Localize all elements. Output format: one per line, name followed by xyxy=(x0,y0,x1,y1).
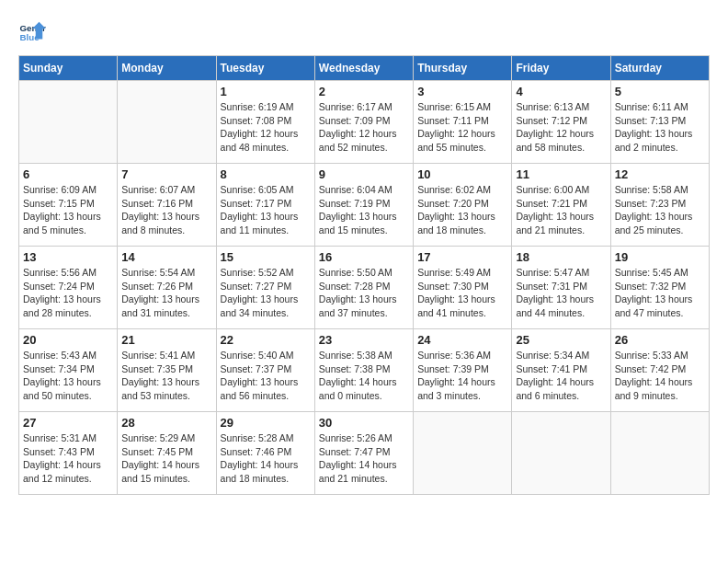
cell-day-number: 11 xyxy=(516,167,606,181)
calendar-cell: 3Sunrise: 6:15 AMSunset: 7:11 PMDaylight… xyxy=(414,81,512,164)
cell-day-number: 2 xyxy=(319,85,409,98)
cell-day-number: 9 xyxy=(319,167,409,181)
calendar-cell: 27Sunrise: 5:31 AMSunset: 7:43 PMDayligh… xyxy=(19,412,118,495)
cell-day-number: 8 xyxy=(221,167,311,181)
cell-day-number: 17 xyxy=(417,250,507,264)
cell-day-number: 29 xyxy=(221,416,311,430)
calendar-cell: 30Sunrise: 5:26 AMSunset: 7:47 PMDayligh… xyxy=(314,412,413,495)
calendar-cell: 23Sunrise: 5:38 AMSunset: 7:38 PMDayligh… xyxy=(314,329,413,412)
calendar-cell xyxy=(19,81,118,164)
calendar-week-4: 27Sunrise: 5:31 AMSunset: 7:43 PMDayligh… xyxy=(19,412,710,495)
calendar-cell: 13Sunrise: 5:56 AMSunset: 7:24 PMDayligh… xyxy=(19,247,118,329)
cell-day-number: 26 xyxy=(615,333,705,347)
calendar-cell: 2Sunrise: 6:17 AMSunset: 7:09 PMDaylight… xyxy=(314,81,413,164)
cell-info: Sunrise: 5:38 AMSunset: 7:38 PMDaylight:… xyxy=(319,349,409,403)
calendar-cell xyxy=(118,81,216,164)
calendar-cell: 22Sunrise: 5:40 AMSunset: 7:37 PMDayligh… xyxy=(216,329,314,412)
cell-day-number: 21 xyxy=(121,333,211,347)
calendar-cell: 20Sunrise: 5:43 AMSunset: 7:34 PMDayligh… xyxy=(19,329,118,412)
cell-info: Sunrise: 5:28 AMSunset: 7:46 PMDaylight:… xyxy=(221,431,311,486)
cell-info: Sunrise: 5:41 AMSunset: 7:35 PMDaylight:… xyxy=(121,349,211,403)
cell-info: Sunrise: 6:04 AMSunset: 7:19 PMDaylight:… xyxy=(319,183,409,237)
calendar-cell: 11Sunrise: 6:00 AMSunset: 7:21 PMDayligh… xyxy=(512,164,610,247)
cell-info: Sunrise: 6:13 AMSunset: 7:12 PMDaylight:… xyxy=(516,100,606,155)
cell-info: Sunrise: 5:58 AMSunset: 7:23 PMDaylight:… xyxy=(615,183,705,237)
cell-info: Sunrise: 5:31 AMSunset: 7:43 PMDaylight:… xyxy=(23,431,113,486)
cell-day-number: 24 xyxy=(417,333,507,347)
header-tuesday: Tuesday xyxy=(216,56,314,81)
calendar-cell: 16Sunrise: 5:50 AMSunset: 7:28 PMDayligh… xyxy=(314,247,413,329)
calendar-cell: 19Sunrise: 5:45 AMSunset: 7:32 PMDayligh… xyxy=(610,247,709,329)
cell-info: Sunrise: 5:54 AMSunset: 7:26 PMDaylight:… xyxy=(121,266,211,320)
logo: General Blue xyxy=(18,18,50,46)
calendar-header-row: SundayMondayTuesdayWednesdayThursdayFrid… xyxy=(19,56,710,81)
header-wednesday: Wednesday xyxy=(314,56,413,81)
cell-info: Sunrise: 5:33 AMSunset: 7:42 PMDaylight:… xyxy=(615,349,705,403)
cell-info: Sunrise: 5:45 AMSunset: 7:32 PMDaylight:… xyxy=(615,266,705,320)
header-thursday: Thursday xyxy=(414,56,512,81)
cell-day-number: 23 xyxy=(319,333,409,347)
cell-info: Sunrise: 6:19 AMSunset: 7:08 PMDaylight:… xyxy=(221,100,311,155)
cell-day-number: 19 xyxy=(615,250,705,264)
cell-day-number: 3 xyxy=(417,85,507,98)
calendar-cell: 1Sunrise: 6:19 AMSunset: 7:08 PMDaylight… xyxy=(216,81,314,164)
cell-day-number: 25 xyxy=(516,333,606,347)
header-sunday: Sunday xyxy=(19,56,118,81)
cell-day-number: 14 xyxy=(121,250,211,264)
cell-day-number: 5 xyxy=(615,85,705,98)
calendar-week-3: 20Sunrise: 5:43 AMSunset: 7:34 PMDayligh… xyxy=(19,329,710,412)
calendar-cell: 29Sunrise: 5:28 AMSunset: 7:46 PMDayligh… xyxy=(216,412,314,495)
cell-info: Sunrise: 5:34 AMSunset: 7:41 PMDaylight:… xyxy=(516,349,606,403)
calendar-cell: 7Sunrise: 6:07 AMSunset: 7:16 PMDaylight… xyxy=(118,164,216,247)
cell-day-number: 30 xyxy=(319,416,409,430)
calendar-cell xyxy=(610,412,709,495)
cell-day-number: 15 xyxy=(221,250,311,264)
header-friday: Friday xyxy=(512,56,610,81)
calendar-cell: 18Sunrise: 5:47 AMSunset: 7:31 PMDayligh… xyxy=(512,247,610,329)
logo-icon: General Blue xyxy=(18,18,46,46)
calendar-cell: 15Sunrise: 5:52 AMSunset: 7:27 PMDayligh… xyxy=(216,247,314,329)
calendar-cell: 10Sunrise: 6:02 AMSunset: 7:20 PMDayligh… xyxy=(414,164,512,247)
cell-day-number: 4 xyxy=(516,85,606,98)
cell-day-number: 28 xyxy=(121,416,211,430)
calendar-cell: 28Sunrise: 5:29 AMSunset: 7:45 PMDayligh… xyxy=(118,412,216,495)
cell-day-number: 20 xyxy=(23,333,113,347)
cell-info: Sunrise: 5:36 AMSunset: 7:39 PMDaylight:… xyxy=(417,349,507,403)
calendar-cell: 25Sunrise: 5:34 AMSunset: 7:41 PMDayligh… xyxy=(512,329,610,412)
cell-info: Sunrise: 6:07 AMSunset: 7:16 PMDaylight:… xyxy=(121,183,211,237)
cell-day-number: 7 xyxy=(121,167,211,181)
calendar-cell: 24Sunrise: 5:36 AMSunset: 7:39 PMDayligh… xyxy=(414,329,512,412)
cell-info: Sunrise: 5:29 AMSunset: 7:45 PMDaylight:… xyxy=(121,431,211,486)
calendar-cell: 6Sunrise: 6:09 AMSunset: 7:15 PMDaylight… xyxy=(19,164,118,247)
cell-info: Sunrise: 5:47 AMSunset: 7:31 PMDaylight:… xyxy=(516,266,606,320)
calendar-week-1: 6Sunrise: 6:09 AMSunset: 7:15 PMDaylight… xyxy=(19,164,710,247)
cell-info: Sunrise: 5:52 AMSunset: 7:27 PMDaylight:… xyxy=(221,266,311,320)
calendar-cell: 9Sunrise: 6:04 AMSunset: 7:19 PMDaylight… xyxy=(314,164,413,247)
cell-day-number: 6 xyxy=(23,167,113,181)
cell-info: Sunrise: 6:17 AMSunset: 7:09 PMDaylight:… xyxy=(319,100,409,155)
cell-day-number: 18 xyxy=(516,250,606,264)
calendar-week-2: 13Sunrise: 5:56 AMSunset: 7:24 PMDayligh… xyxy=(19,247,710,329)
calendar: SundayMondayTuesdayWednesdayThursdayFrid… xyxy=(18,55,710,495)
cell-info: Sunrise: 5:50 AMSunset: 7:28 PMDaylight:… xyxy=(319,266,409,320)
cell-info: Sunrise: 6:09 AMSunset: 7:15 PMDaylight:… xyxy=(23,183,113,237)
calendar-cell: 5Sunrise: 6:11 AMSunset: 7:13 PMDaylight… xyxy=(610,81,709,164)
calendar-cell: 8Sunrise: 6:05 AMSunset: 7:17 PMDaylight… xyxy=(216,164,314,247)
cell-info: Sunrise: 5:40 AMSunset: 7:37 PMDaylight:… xyxy=(221,349,311,403)
cell-day-number: 12 xyxy=(615,167,705,181)
cell-info: Sunrise: 6:11 AMSunset: 7:13 PMDaylight:… xyxy=(615,100,705,155)
calendar-cell xyxy=(512,412,610,495)
calendar-cell: 12Sunrise: 5:58 AMSunset: 7:23 PMDayligh… xyxy=(610,164,709,247)
cell-day-number: 13 xyxy=(23,250,113,264)
cell-info: Sunrise: 6:15 AMSunset: 7:11 PMDaylight:… xyxy=(417,100,507,155)
cell-info: Sunrise: 5:43 AMSunset: 7:34 PMDaylight:… xyxy=(23,349,113,403)
cell-day-number: 1 xyxy=(221,85,311,98)
header: General Blue xyxy=(18,18,710,46)
calendar-cell: 26Sunrise: 5:33 AMSunset: 7:42 PMDayligh… xyxy=(610,329,709,412)
header-saturday: Saturday xyxy=(610,56,709,81)
cell-day-number: 10 xyxy=(417,167,507,181)
cell-info: Sunrise: 6:00 AMSunset: 7:21 PMDaylight:… xyxy=(516,183,606,237)
cell-info: Sunrise: 6:05 AMSunset: 7:17 PMDaylight:… xyxy=(221,183,311,237)
cell-info: Sunrise: 5:26 AMSunset: 7:47 PMDaylight:… xyxy=(319,431,409,486)
calendar-cell: 21Sunrise: 5:41 AMSunset: 7:35 PMDayligh… xyxy=(118,329,216,412)
